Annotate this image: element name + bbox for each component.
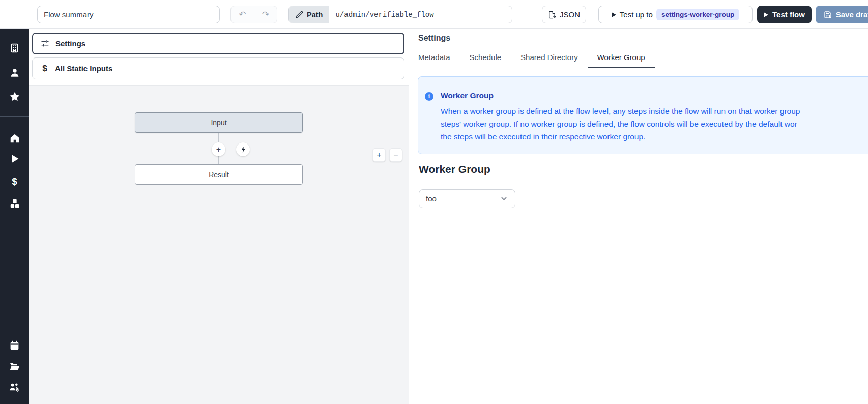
add-trigger-button[interactable]: [236, 142, 250, 156]
sidebar: $: [0, 29, 29, 404]
tab-schedule[interactable]: Schedule: [460, 47, 511, 68]
info-box-text: When a worker group is defined at the fl…: [441, 105, 800, 143]
toolbar: ↶ ↷ Path u/admin/verifiable_flow JSON Te…: [0, 0, 868, 29]
calendar-icon: [9, 340, 20, 351]
redo-icon: ↷: [262, 9, 269, 20]
path-label: Path: [307, 11, 323, 19]
dollar-icon: $: [12, 177, 17, 187]
cubes-icon: [9, 198, 20, 209]
sidebar-item-schedules[interactable]: [0, 340, 29, 351]
pencil-icon: [296, 11, 303, 18]
info-line: When a worker group is defined at the fl…: [441, 105, 800, 118]
edge-add-to-result: [218, 156, 219, 164]
info-line: the steps will be executed in their resp…: [441, 130, 800, 143]
undo-redo-group: ↶ ↷: [230, 6, 277, 23]
settings-panel: Settings Metadata Schedule Shared Direct…: [409, 29, 868, 404]
tab-worker-group[interactable]: Worker Group: [588, 47, 655, 68]
play-icon: [764, 12, 768, 17]
zoom-in-button[interactable]: +: [372, 148, 386, 162]
test-up-to-button[interactable]: Test up to settings-worker-group: [598, 6, 753, 23]
result-node-label: Result: [209, 170, 229, 179]
undo-icon: ↶: [239, 9, 246, 20]
tab-metadata[interactable]: Metadata: [409, 47, 460, 68]
worker-group-select[interactable]: foo: [419, 189, 515, 208]
dollar-icon: $: [40, 64, 49, 74]
sidebar-item-favorites[interactable]: [0, 91, 29, 102]
sidebar-item-runs[interactable]: [0, 154, 29, 164]
sidebar-item-variables[interactable]: $: [0, 177, 29, 187]
sidebar-item-workspace[interactable]: [0, 43, 29, 53]
save-draft-label: Save draft: [836, 10, 868, 19]
windmill-flow-editor: ↶ ↷ Path u/admin/verifiable_flow JSON Te…: [0, 0, 868, 404]
plus-icon: +: [216, 145, 221, 154]
flow-node-input[interactable]: Input: [135, 112, 303, 133]
settings-panel-title: Settings: [418, 34, 450, 43]
json-button[interactable]: JSON: [542, 6, 586, 23]
sidebar-item-home[interactable]: [0, 133, 29, 144]
save-icon: [824, 11, 832, 19]
flow-settings-item[interactable]: Settings: [32, 33, 404, 54]
edge-input-to-add: [218, 133, 219, 142]
sidebar-item-groups[interactable]: [0, 382, 29, 393]
info-line: steps' worker group. If no worker group …: [441, 118, 800, 130]
input-node-label: Input: [211, 119, 226, 127]
add-step-button[interactable]: +: [212, 142, 225, 156]
folder-open-icon: [9, 361, 20, 372]
flow-graph-canvas[interactable]: Input Result + + −: [29, 85, 409, 404]
info-box-title: Worker Group: [441, 91, 494, 100]
chevron-down-icon: [500, 194, 508, 203]
user-icon: [9, 67, 20, 78]
star-icon: [9, 91, 20, 102]
building-icon: [9, 43, 20, 53]
users-gear-icon: [9, 382, 20, 393]
path-edit-chip[interactable]: Path: [289, 6, 329, 23]
info-icon: i: [425, 92, 433, 101]
json-button-label: JSON: [560, 10, 580, 19]
test-flow-button[interactable]: Test flow: [757, 6, 812, 23]
worker-group-section-title: Worker Group: [419, 163, 490, 176]
sidebar-item-resources[interactable]: [0, 198, 29, 209]
flow-editor-panel: Settings $ All Static Inputs Input Resul…: [29, 29, 409, 404]
settings-tabs: Metadata Schedule Shared Directory Worke…: [409, 47, 868, 68]
path-field[interactable]: Path u/admin/verifiable_flow: [288, 6, 512, 23]
sliders-icon: [40, 39, 50, 48]
static-inputs-label: All Static Inputs: [55, 64, 112, 73]
minus-icon: −: [393, 151, 398, 160]
test-up-to-label: Test up to: [620, 10, 653, 19]
worker-group-select-value: foo: [426, 194, 437, 203]
home-icon: [9, 133, 20, 144]
file-json-icon: [548, 11, 556, 19]
bolt-icon: [240, 146, 247, 153]
play-icon: [612, 12, 616, 17]
settings-item-label: Settings: [55, 39, 85, 48]
worker-group-badge[interactable]: settings-worker-group: [656, 9, 739, 20]
path-value[interactable]: u/admin/verifiable_flow: [329, 6, 440, 23]
sidebar-item-folders[interactable]: [0, 361, 29, 372]
sidebar-item-user[interactable]: [0, 67, 29, 78]
save-draft-button[interactable]: Save draft: [816, 6, 868, 23]
flow-summary-input[interactable]: [37, 6, 220, 23]
plus-icon: +: [377, 151, 381, 160]
play-icon: [10, 154, 20, 164]
test-flow-label: Test flow: [772, 10, 805, 19]
all-static-inputs-item[interactable]: $ All Static Inputs: [32, 57, 404, 79]
redo-button[interactable]: ↷: [254, 6, 277, 23]
sidebar-divider: [0, 116, 29, 117]
worker-group-info-box: i Worker Group When a worker group is de…: [418, 76, 868, 154]
tab-shared-directory[interactable]: Shared Directory: [511, 47, 588, 68]
flow-node-result[interactable]: Result: [135, 164, 303, 185]
undo-button[interactable]: ↶: [231, 6, 254, 23]
zoom-out-button[interactable]: −: [389, 148, 402, 162]
